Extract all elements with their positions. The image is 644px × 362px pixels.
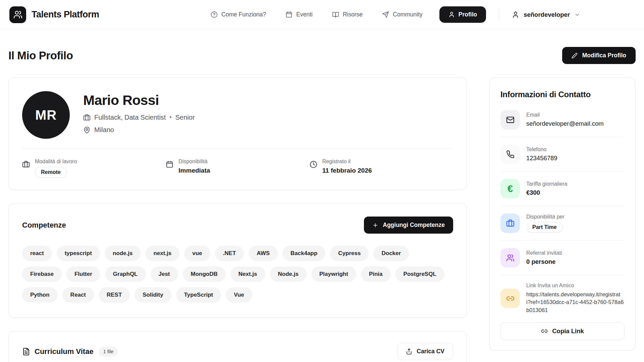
page-title: Il Mio Profilo [8, 49, 73, 62]
nav-item-eventi[interactable]: Eventi [285, 11, 313, 18]
book-open-icon [332, 11, 339, 18]
skill-chip: next.js [145, 246, 179, 261]
email-value: señordeveloper@email.com [526, 120, 604, 127]
plus-icon [372, 222, 378, 228]
divider [500, 275, 625, 275]
brand[interactable]: Talents Platform [9, 6, 99, 23]
cv-title-wrap: Curriculum Vitae [22, 347, 94, 356]
skill-chip: Vue [226, 287, 252, 303]
contact-card: Informazioni di Contatto Email señordeve… [489, 77, 636, 351]
calendar-icon [166, 161, 173, 168]
contact-row-rate: € Tariffa giornaliera €300 [500, 179, 625, 198]
invite-link-url: https://talents.developerway.it/registra… [526, 291, 625, 314]
header-divider [499, 8, 499, 22]
email-label: Email [526, 112, 604, 118]
rate-value: €300 [526, 189, 567, 196]
availability-label: Disponibilità [178, 159, 210, 165]
cv-head: Curriculum Vitae 1 file Carica CV [22, 343, 453, 360]
nav-label: Risorse [343, 11, 363, 18]
skill-chip: REST [99, 287, 130, 303]
work-mode-item: Modalità di lavoro Remote [22, 159, 166, 178]
rate-label: Tariffa giornaliera [526, 181, 567, 187]
nav-profile-button[interactable]: Profilo [439, 6, 486, 23]
profile-location-row: Milano [83, 126, 195, 134]
profile-card: MR Mario Rossi Fullstack, Data Scientist… [8, 77, 467, 190]
link-icon [500, 289, 520, 308]
divider [500, 171, 625, 172]
cv-card: Curriculum Vitae 1 file Carica CV [8, 331, 467, 362]
skill-chip: vue [184, 246, 210, 261]
copy-link-button[interactable]: Copia Link [500, 322, 625, 340]
profile-name: Mario Rossi [83, 93, 195, 108]
skill-chip: Python [22, 287, 58, 303]
euro-icon: € [500, 179, 520, 198]
users-icon [500, 248, 520, 267]
profile-info: Mario Rossi Fullstack, Data Scientist • … [83, 91, 195, 134]
upload-icon [406, 348, 412, 355]
contact-row-availability: Disponibilità per Part Time [500, 214, 625, 233]
work-mode-badge: Remote [35, 167, 67, 178]
contact-row-phone: Telefono 123456789 [500, 144, 625, 164]
registered-label: Registrato il [322, 159, 372, 165]
user-icon [448, 11, 455, 18]
brand-name: Talents Platform [32, 9, 99, 20]
availability-item: Disponibilità Immediata [166, 159, 309, 178]
briefcase-icon [83, 114, 91, 121]
upload-cv-button[interactable]: Carica CV [397, 343, 453, 360]
skill-chip: Pinia [361, 266, 391, 282]
nav-item-come-funziona[interactable]: Come Funziona? [211, 11, 266, 18]
page-head: Il Mio Profilo Modifica Profilo [8, 47, 636, 64]
user-menu[interactable]: señordeveloper [512, 11, 580, 18]
main-content: Il Mio Profilo Modifica Profilo MR Mario… [0, 47, 644, 362]
app-header: Talents Platform Come Funziona? Eventi R… [0, 0, 644, 29]
edit-profile-label: Modifica Profilo [582, 52, 626, 59]
skill-chip: node.js [105, 246, 141, 261]
registered-item: Registrato il 11 febbraio 2026 [310, 159, 453, 178]
mail-icon [500, 110, 520, 129]
nav-label: Come Funziona? [221, 11, 266, 18]
work-mode-label: Modalità di lavoro [35, 159, 77, 165]
nav-label: Eventi [296, 11, 313, 18]
skill-chip: AWS [249, 246, 278, 261]
skills-title: Competenze [22, 221, 66, 230]
copy-link-label: Copia Link [552, 327, 584, 335]
phone-icon [500, 144, 520, 164]
edit-profile-button[interactable]: Modifica Profilo [562, 47, 636, 64]
contact-row-email: Email señordeveloper@email.com [500, 110, 625, 129]
contact-row-invite-link: Link Invita un Amico https://talents.dev… [500, 283, 625, 314]
skill-chip: MongoDB [183, 266, 226, 282]
skill-chip: Playwright [311, 266, 356, 282]
divider [500, 240, 625, 241]
nav-item-community[interactable]: Community [382, 11, 423, 18]
skill-chip: GraphQL [105, 266, 146, 282]
registered-value: 11 febbraio 2026 [322, 167, 372, 174]
skill-chip: Flutter [66, 266, 100, 282]
pencil-icon [572, 53, 578, 59]
chevron-down-icon [574, 12, 580, 18]
contact-row-referral: Referral invitati 0 persone [500, 248, 625, 267]
profile-top: MR Mario Rossi Fullstack, Data Scientist… [22, 91, 453, 139]
cv-title: Curriculum Vitae [35, 347, 94, 356]
avatar: MR [22, 91, 70, 139]
left-column: MR Mario Rossi Fullstack, Data Scientist… [8, 77, 467, 362]
invite-link-label: Link Invita un Amico [526, 283, 625, 289]
skill-chip: Cypress [330, 246, 369, 261]
main-nav: Come Funziona? Eventi Risorse Community [211, 11, 423, 18]
skill-chip: Solidity [135, 287, 171, 303]
availability-for-badge: Part Time [526, 222, 563, 233]
skill-chip: Jest [151, 266, 178, 282]
referral-label: Referral invitati [526, 250, 562, 256]
nav-item-risorse[interactable]: Risorse [332, 11, 363, 18]
profile-meta-row: Modalità di lavoro Remote Disponibilità … [22, 148, 453, 178]
availability-value: Immediata [178, 167, 210, 174]
map-pin-icon [83, 126, 91, 134]
role-separator: • [169, 114, 171, 121]
skills-card: Competenze Aggiungi Competenze react typ… [8, 203, 467, 318]
help-circle-icon [211, 11, 218, 18]
profile-location: Milano [94, 126, 114, 134]
talents-logo-icon [9, 6, 26, 23]
skill-chip: Docker [373, 246, 409, 261]
profile-seniority: Senior [175, 114, 195, 121]
add-skills-button[interactable]: Aggiungi Competenze [364, 217, 453, 234]
skill-chip: TypeScript [176, 287, 221, 303]
